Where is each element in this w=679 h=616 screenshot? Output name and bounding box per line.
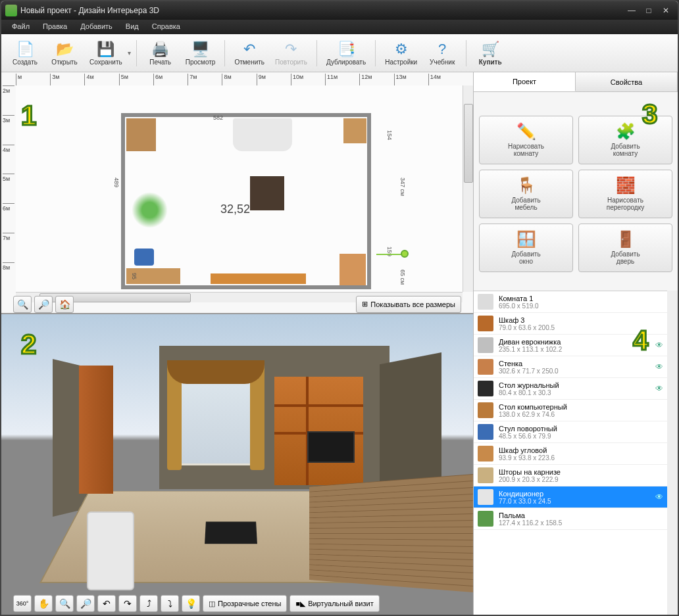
plan-sofa[interactable]	[211, 273, 306, 284]
add-window-button[interactable]: 🪟Добавить окно	[479, 224, 573, 272]
show-all-dimensions-button[interactable]: ⊞Показывать все размеры	[356, 296, 461, 313]
list-item[interactable]: Шкаф 379.0 x 63.6 x 200.5	[474, 313, 667, 335]
list-item[interactable]: Диван еврокнижка235.1 x 113.1 x 102.2👁	[474, 335, 667, 356]
floorplan-viewport[interactable]: м3м4м5м6м7м8м9м10м11м12м13м14м 2м3м4м5м6…	[1, 72, 474, 313]
object-icon	[478, 446, 493, 462]
plan-shelf[interactable]	[343, 118, 366, 143]
visibility-icon[interactable]: 👁	[655, 492, 663, 502]
list-item[interactable]: Шкаф угловой93.9 x 93.8 x 223.6	[474, 443, 667, 465]
create-button[interactable]: 📄Создать	[7, 36, 43, 70]
object-name: Шкаф 3	[499, 316, 663, 324]
menu-edit[interactable]: Правка	[36, 20, 74, 34]
menu-help[interactable]: Справка	[145, 20, 187, 34]
tutorial-button[interactable]: ?Учебник	[424, 36, 461, 70]
maximize-button[interactable]: □	[641, 5, 657, 16]
list-item[interactable]: Стул поворотный48.5 x 56.6 x 79.9	[474, 421, 667, 443]
list-item[interactable]: Кондиционер77.0 x 33.0 x 24.5👁	[474, 486, 667, 508]
object-name: Стол компьютерный	[499, 403, 663, 411]
visibility-icon[interactable]: 👁	[655, 341, 663, 350]
print-button[interactable]: 🖨️Печать	[142, 36, 179, 70]
list-item[interactable]: Шторы на карнизе200.9 x 20.3 x 222.9	[474, 465, 667, 486]
plan-corner[interactable]	[340, 254, 366, 285]
rotate-icon: 360°	[16, 600, 29, 607]
3d-sofa[interactable]	[87, 511, 134, 590]
tilt-down-button[interactable]: ⤵	[161, 595, 179, 612]
plan-bed[interactable]	[233, 118, 292, 151]
zoom-in-button[interactable]: 🔎	[34, 296, 53, 313]
duplicate-button[interactable]: 📑Дублировать	[322, 36, 370, 70]
list-item[interactable]: Комната 1695.0 x 519.0	[474, 291, 667, 313]
add-door-button[interactable]: 🚪Добавить дверь	[578, 224, 672, 272]
3d-wardrobe[interactable]	[79, 366, 113, 494]
tab-project[interactable]: Проект	[474, 72, 576, 91]
3d-coffee-table[interactable]	[205, 521, 257, 544]
save-button[interactable]: 💾Сохранить	[86, 36, 126, 70]
preview-button[interactable]: 🖥️Просмотр	[182, 36, 220, 70]
rotate-right-button[interactable]: ↷	[118, 595, 137, 612]
open-button[interactable]: 📂Открыть	[46, 36, 83, 70]
visibility-icon[interactable]: 👁	[655, 384, 663, 393]
selection-handle-line[interactable]	[376, 254, 403, 255]
tab-properties[interactable]: Свойства	[576, 72, 678, 91]
dropdown-icon[interactable]: ▾	[128, 49, 131, 57]
floorplan-canvas[interactable]: 32,52 582 154 347 см 159	[16, 85, 463, 292]
menu-view[interactable]: Вид	[119, 20, 145, 34]
menubar: Файл Правка Добавить Вид Справка	[1, 20, 678, 34]
menu-file[interactable]: Файл	[5, 20, 36, 34]
zoom-out-3d-button[interactable]: 🔍	[55, 595, 74, 612]
zoom-in-3d-button[interactable]: 🔎	[76, 595, 95, 612]
object-icon	[478, 511, 493, 527]
draw-room-button[interactable]: ✏️Нарисовать комнату	[479, 116, 573, 164]
list-item[interactable]: Пальма127.4 x 116.2 x 158.5	[474, 508, 667, 530]
undo-button[interactable]: ↶Отменить	[230, 36, 268, 70]
list-scrollbar[interactable]	[667, 291, 678, 615]
tilt-up-button[interactable]: ⤴	[139, 595, 158, 612]
zoom-out-button[interactable]: 🔍	[13, 296, 32, 313]
add-furniture-button[interactable]: 🪑Добавить мебель	[479, 170, 573, 218]
list-item[interactable]: Стенка302.6 x 71.7 x 250.0👁	[474, 356, 667, 378]
transparent-walls-button[interactable]: ◫Прозрачные стены	[203, 595, 287, 612]
object-dimensions: 79.0 x 63.6 x 200.5	[499, 324, 663, 331]
menu-add[interactable]: Добавить	[74, 20, 119, 34]
app-icon	[5, 5, 17, 16]
object-dimensions: 77.0 x 33.0 x 24.5	[499, 498, 650, 505]
file-icon: 📄	[15, 40, 35, 59]
rotate-left-button[interactable]: ↶	[97, 595, 116, 612]
rotate-left-icon: ↶	[103, 598, 111, 609]
buy-button[interactable]: 🛒Купить	[472, 36, 509, 70]
settings-button[interactable]: ⚙Настройки	[381, 36, 421, 70]
dimensions-icon: ⊞	[362, 300, 368, 308]
add-room-button[interactable]: 🧩Добавить комнату	[578, 116, 672, 164]
draw-partition-button[interactable]: 🧱Нарисовать перегородку	[578, 170, 672, 218]
plan-wardrobe[interactable]	[126, 118, 156, 151]
door-icon: 🚪	[616, 230, 636, 249]
visibility-icon[interactable]: 👁	[655, 362, 663, 371]
rotate-360-button[interactable]: 360°	[13, 595, 32, 612]
object-icon	[478, 489, 493, 505]
tabs: Проект Свойства	[474, 72, 678, 92]
close-button[interactable]: ✕	[658, 5, 674, 16]
plan-table[interactable]	[250, 176, 284, 210]
selection-handle-dot[interactable]	[401, 250, 409, 258]
object-icon	[478, 402, 493, 418]
3d-viewport[interactable]: 360° ✋ 🔍 🔎 ↶ ↷ ⤴ ⤵ 💡 ◫Прозрачные стены ■…	[1, 313, 474, 615]
monitor-icon: 🖥️	[191, 40, 211, 59]
redo-button[interactable]: ↷Повторить	[271, 36, 311, 70]
plan-plant[interactable]	[132, 192, 168, 228]
folder-icon: 📂	[55, 40, 74, 59]
light-button[interactable]: 💡	[182, 595, 200, 612]
plan-scrollbar-vertical[interactable]	[463, 85, 473, 292]
main-toolbar: 📄Создать 📂Открыть 💾Сохранить ▾ 🖨️Печать …	[1, 34, 678, 72]
3d-tv[interactable]	[307, 431, 355, 463]
object-list[interactable]: Комната 1695.0 x 519.0Шкаф 379.0 x 63.6 …	[474, 291, 667, 615]
home-button[interactable]: 🏠	[55, 296, 74, 313]
room-outline[interactable]: 32,52	[121, 113, 371, 289]
pan-button[interactable]: ✋	[34, 595, 53, 612]
rotate-right-icon: ↷	[124, 598, 132, 609]
plan-chair[interactable]	[134, 249, 154, 266]
minimize-button[interactable]: —	[624, 5, 640, 16]
object-dimensions: 302.6 x 71.7 x 250.0	[499, 367, 650, 375]
virtual-visit-button[interactable]: ■◣Виртуальный визит	[289, 595, 379, 612]
list-item[interactable]: Стол журнальный80.4 x 80.1 x 30.3👁	[474, 378, 667, 400]
list-item[interactable]: Стол компьютерный138.0 x 62.9 x 74.6	[474, 400, 667, 421]
